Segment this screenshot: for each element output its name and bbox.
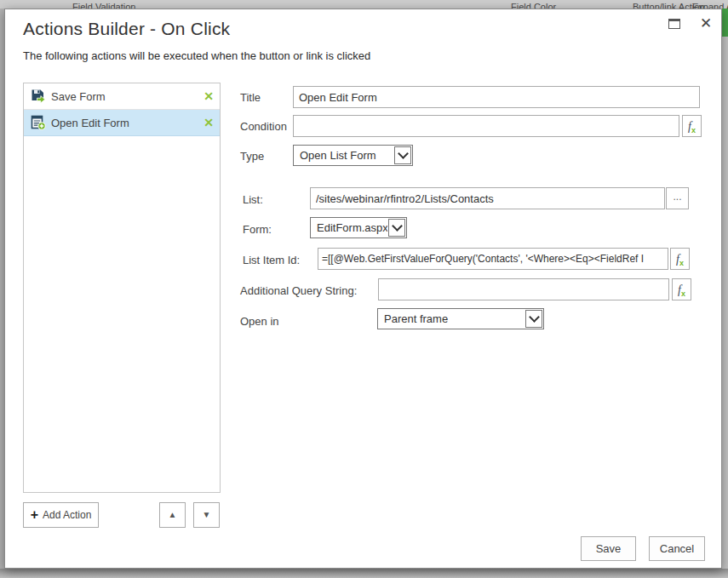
close-icon[interactable]: ✕ [696,14,716,34]
title-label: Title [240,91,261,104]
save-form-icon [31,89,46,104]
background-page-right-strip [722,9,728,569]
list-item-id-formula-button[interactable]: fx [670,248,690,270]
plus-icon: + [31,508,38,522]
additional-query-string-input[interactable] [378,278,669,300]
cancel-button[interactable]: Cancel [649,536,705,561]
move-down-button[interactable]: ▼ [193,502,220,528]
background-page-bottom-strip [0,569,728,578]
form-label: Form: [243,223,272,236]
maximize-icon[interactable] [668,19,680,29]
action-list-panel: Save Form ✕ Open Edit Form ✕ [23,83,221,493]
list-item-id-input[interactable] [318,248,668,270]
open-edit-form-icon [31,115,46,130]
condition-input[interactable] [293,115,679,137]
open-in-label: Open in [240,315,279,328]
additional-query-string-formula-button[interactable]: fx [672,278,691,300]
type-select[interactable]: Open List Form [293,145,413,166]
move-up-button[interactable]: ▲ [159,502,186,528]
actions-builder-dialog: Actions Builder - On Click ✕ The followi… [4,9,722,569]
form-select-value: EditForm.aspx [311,218,387,237]
delete-action-icon[interactable]: ✕ [198,89,220,103]
background-clipped-text: Field Validation [72,2,135,9]
dialog-title: Actions Builder - On Click [23,19,230,39]
background-page-top-strip: Field Validation Field Color Button/link… [0,0,728,9]
chevron-down-icon [394,146,411,164]
list-browse-button[interactable]: ... [666,187,689,209]
type-select-value: Open List Form [294,146,393,165]
delete-action-icon[interactable]: ✕ [198,116,220,129]
action-item-label: Save Form [51,90,198,103]
add-action-button[interactable]: + Add Action [23,502,99,528]
chevron-down-icon [525,310,542,328]
save-button[interactable]: Save [581,536,636,561]
list-label: List: [243,193,263,206]
background-green-fragment [722,9,728,37]
list-input[interactable] [310,187,665,209]
title-input[interactable] [293,86,700,108]
background-clipped-text: Expand Adv [692,2,728,9]
additional-query-string-label: Additional Query String: [240,284,357,297]
action-item-label: Open Edit Form [51,117,198,129]
chevron-down-icon [388,219,405,237]
action-list-item-save-form[interactable]: Save Form ✕ [24,83,220,110]
open-in-select[interactable]: Parent frame [377,308,544,329]
form-select[interactable]: EditForm.aspx [310,217,407,238]
background-clipped-text: Field Color [511,2,556,9]
condition-label: Condition [240,120,287,133]
list-item-id-label: List Item Id: [243,254,300,266]
condition-formula-button[interactable]: fx [682,115,702,137]
open-in-select-value: Parent frame [378,309,525,329]
add-action-label: Add Action [43,509,91,521]
dialog-subtitle: The following actions will be executed w… [23,49,370,62]
type-label: Type [240,150,264,163]
action-list-item-open-edit-form[interactable]: Open Edit Form ✕ [24,110,220,136]
